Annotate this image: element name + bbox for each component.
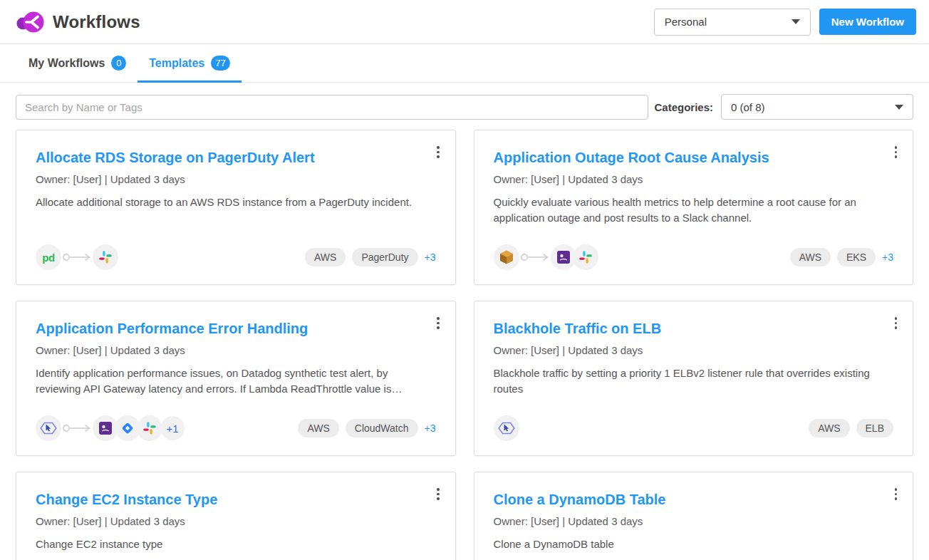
tab-label: My Workflows [28, 57, 105, 70]
workflow-description: Blackhole traffic by setting a priority … [494, 365, 894, 397]
workflow-meta: Owner: [User] | Updated 3 days [36, 173, 436, 185]
workflow-title-link[interactable]: Clone a DynamoDB Table [494, 490, 894, 509]
card-menu-button[interactable] [431, 485, 445, 503]
categories-select-value: 0 (of 8) [731, 101, 765, 113]
more-tags-link[interactable]: +3 [882, 252, 893, 263]
page-title: Workflows [53, 12, 140, 32]
workflow-meta: Owner: [User] | Updated 3 days [494, 344, 894, 356]
tab-count-badge: 0 [111, 56, 126, 71]
tab-templates[interactable]: Templates 77 [137, 44, 241, 82]
integration-icons [494, 244, 598, 270]
tag-list: AWS ELB [809, 419, 893, 437]
chevron-down-icon [895, 105, 903, 110]
app-header: Workflows Personal New Workflow [0, 0, 929, 44]
workflow-title-link[interactable]: Blackhole Traffic on ELB [494, 319, 894, 338]
card-menu-button[interactable] [889, 314, 903, 332]
workflow-meta: Owner: [User] | Updated 3 days [494, 515, 894, 527]
workflow-card: Blackhole Traffic on ELB Owner: [User] |… [474, 301, 914, 456]
workflow-meta: Owner: [User] | Updated 3 days [36, 344, 436, 356]
tab-count-badge: 77 [211, 56, 229, 71]
tag: AWS [790, 248, 831, 266]
arrow-connector-icon [62, 423, 92, 433]
tag-list: AWS EKS +3 [790, 248, 893, 266]
workflow-title-link[interactable]: Change EC2 Instance Type [36, 490, 436, 509]
card-menu-button[interactable] [431, 143, 445, 161]
tab-bar: My Workflows 0 Templates 77 [0, 44, 929, 83]
workflow-title-link[interactable]: Application Performance Error Handling [36, 319, 436, 338]
workflow-card: Change EC2 Instance Type Owner: [User] |… [16, 472, 456, 560]
more-tags-link[interactable]: +3 [425, 252, 436, 263]
card-menu-button[interactable] [889, 485, 903, 503]
tag-list: AWS CloudWatch +3 [298, 419, 435, 437]
card-menu-button[interactable] [889, 143, 903, 161]
synthetic-test-hexagon-icon [494, 415, 519, 441]
slack-icon [93, 244, 118, 270]
workflow-grid: Allocate RDS Storage on PagerDuty Alert … [16, 130, 913, 560]
tag: PagerDuty [352, 248, 417, 266]
more-icons-badge[interactable]: +1 [160, 416, 185, 440]
synthetic-test-hexagon-icon [36, 415, 61, 441]
workflow-description: Change EC2 instance type [36, 536, 436, 552]
categories-select[interactable]: 0 (of 8) [721, 94, 913, 120]
aws-cube-icon [494, 244, 519, 270]
tag: AWS [298, 419, 338, 437]
workflow-title-link[interactable]: Allocate RDS Storage on PagerDuty Alert [36, 148, 436, 167]
workflow-meta: Owner: [User] | Updated 3 days [494, 173, 894, 185]
scope-select[interactable]: Personal [654, 9, 811, 36]
card-menu-button[interactable] [431, 314, 445, 332]
tag: AWS [305, 248, 346, 266]
workflow-description: Clone a DynamoDB table [494, 536, 894, 552]
pagerduty-icon: pd [36, 244, 61, 270]
slack-icon [137, 415, 162, 441]
more-tags-link[interactable]: +3 [425, 422, 436, 434]
integration-icons: pd [36, 244, 118, 270]
integration-icons: +1 [36, 415, 185, 441]
categories-label: Categories: [654, 101, 713, 113]
tab-label: Templates [149, 57, 204, 70]
tag: CloudWatch [346, 419, 418, 437]
tag: ELB [856, 419, 893, 437]
integration-icons [494, 415, 519, 441]
workflow-description: Quickly evaluate various health metrics … [494, 195, 894, 226]
chevron-down-icon [792, 19, 800, 24]
arrow-connector-icon [520, 252, 550, 262]
workflow-card: Allocate RDS Storage on PagerDuty Alert … [16, 130, 456, 285]
workflow-description: Allocate additional storage to an AWS RD… [36, 195, 436, 210]
brand-logo-icon [16, 9, 46, 35]
scope-select-value: Personal [665, 16, 707, 28]
workflow-card: Clone a DynamoDB Table Owner: [User] | U… [474, 472, 914, 560]
workflow-card: Application Outage Root Cause Analysis O… [474, 130, 914, 285]
workflow-card: Application Performance Error Handling O… [16, 301, 456, 456]
workflow-meta: Owner: [User] | Updated 3 days [36, 515, 436, 527]
workflow-title-link[interactable]: Application Outage Root Cause Analysis [494, 148, 894, 167]
search-input[interactable] [16, 95, 648, 120]
tag: AWS [809, 419, 849, 437]
tag: EKS [837, 248, 876, 266]
filter-bar: Categories: 0 (of 8) [16, 94, 913, 120]
slack-icon [573, 244, 598, 270]
workflow-description: Identify application performance issues,… [36, 365, 436, 397]
arrow-connector-icon [62, 252, 92, 262]
tab-my-workflows[interactable]: My Workflows 0 [17, 44, 137, 82]
new-workflow-button[interactable]: New Workflow [819, 9, 916, 35]
tag-list: AWS PagerDuty +3 [305, 248, 436, 266]
